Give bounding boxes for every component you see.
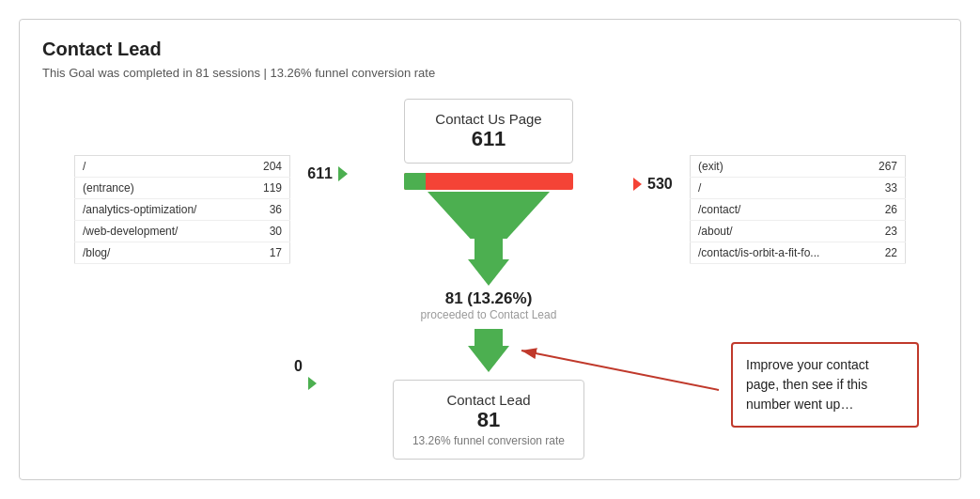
dest-count: 22 [863, 242, 906, 264]
funnel-area: /204(entrance)119/analytics-optimization… [42, 99, 938, 456]
callout-text: Improve your contact page, then see if t… [746, 357, 869, 412]
source-count: 17 [245, 242, 290, 264]
dest-row: /contact/26 [691, 199, 906, 221]
source-count: 204 [245, 156, 290, 178]
step1-label: Contact Us Page [424, 111, 553, 127]
source-count: 30 [245, 221, 290, 242]
dest-count: 267 [863, 156, 906, 178]
subtitle: This Goal was completed in 81 sessions |… [42, 66, 938, 80]
arrow-right-icon [338, 166, 348, 181]
step2-number: 81 [412, 408, 565, 432]
conversion-label: proceeded to Contact Lead [421, 308, 557, 321]
page-title: Contact Lead [42, 39, 938, 60]
source-page: /web-development/ [75, 221, 245, 242]
callout-box: Improve your contact page, then see if t… [731, 342, 919, 428]
arrow-exit-icon [633, 178, 642, 191]
bottom-arrow-icon [308, 377, 317, 390]
funnel-shape [428, 190, 550, 286]
conversion-number: 81 (13.26%) [421, 289, 557, 308]
source-page: /blog/ [75, 242, 245, 264]
flow-in-number: 611 [290, 165, 333, 182]
lower-funnel-stem [468, 329, 509, 372]
dest-row: (exit)267 [691, 156, 906, 178]
source-page: (entrance) [75, 178, 245, 199]
funnel-center: Contact Us Page 611 81 (13.26%) proceede… [348, 99, 630, 460]
conversion-text: 81 (13.26%) proceeded to Contact Lead [421, 289, 557, 321]
sources-table-inner: /204(entrance)119/analytics-optimization… [74, 155, 290, 264]
source-page: / [75, 156, 245, 178]
step2-box: Contact Lead 81 13.26% funnel conversion… [393, 380, 584, 460]
dest-count: 23 [863, 221, 906, 242]
dest-page: / [691, 178, 863, 199]
dest-row: /33 [691, 178, 906, 199]
dest-count: 33 [863, 178, 906, 199]
funnel-lower-stem [474, 329, 503, 346]
funnel-lower-arrow-icon [468, 346, 509, 372]
dest-page: /contact/is-orbit-a-fit-fo... [691, 242, 863, 264]
step2-label: Contact Lead [412, 392, 565, 408]
destinations-table-inner: (exit)267/33/contact/26/about/23/contact… [690, 155, 906, 264]
source-count: 36 [245, 199, 290, 221]
flow-out-number: 530 [647, 176, 690, 193]
source-row: /blog/17 [75, 242, 290, 264]
step1-box: Contact Us Page 611 [404, 99, 573, 164]
source-row: /analytics-optimization/36 [75, 199, 290, 221]
destinations-table: (exit)267/33/contact/26/about/23/contact… [690, 155, 906, 264]
source-page: /analytics-optimization/ [75, 199, 245, 221]
source-row: /web-development/30 [75, 221, 290, 242]
step2-sub: 13.26% funnel conversion rate [412, 434, 565, 447]
funnel-trapezoid [428, 192, 550, 239]
source-row: (entrance)119 [75, 178, 290, 199]
dest-row: /contact/is-orbit-a-fit-fo...22 [691, 242, 906, 264]
sources-table: /204(entrance)119/analytics-optimization… [74, 155, 290, 264]
source-count: 119 [245, 178, 290, 199]
funnel-arrow-down-icon [468, 259, 509, 286]
main-card: Contact Lead This Goal was completed in … [19, 19, 961, 480]
dest-page: (exit) [691, 156, 863, 178]
step1-number: 611 [424, 127, 553, 151]
bottom-in-number: 0 [260, 358, 303, 375]
dest-page: /contact/ [691, 199, 863, 221]
bottom-entry-row: 0 [260, 343, 320, 390]
progress-bar-fill [404, 173, 426, 190]
dest-count: 26 [863, 199, 906, 221]
dest-row: /about/23 [691, 221, 906, 242]
dest-page: /about/ [691, 221, 863, 242]
funnel-stem [474, 239, 503, 259]
source-row: /204 [75, 156, 290, 178]
progress-bar [404, 173, 573, 190]
